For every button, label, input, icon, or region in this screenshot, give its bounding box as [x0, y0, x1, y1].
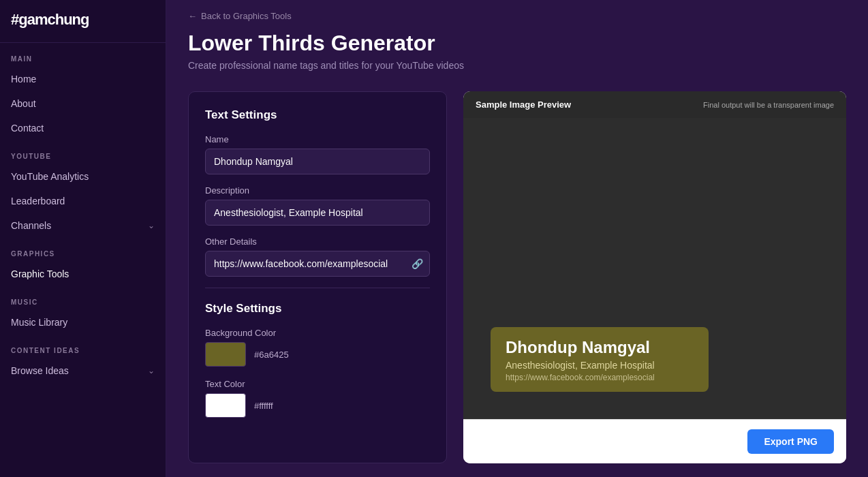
preview-panel: Sample Image Preview Final output will b…	[463, 91, 846, 463]
sidebar-item-contact[interactable]: Contact	[0, 116, 166, 140]
lt-name: Dhondup Namgyal	[506, 338, 694, 357]
sidebar-section-content-ideas: CONTENT IDEAS	[0, 335, 166, 358]
sidebar-item-music-library[interactable]: Music Library	[0, 310, 166, 335]
sidebar-section-main: MAIN	[0, 43, 166, 67]
lower-third-overlay: Dhondup Namgyal Anesthesiologist, Exampl…	[491, 327, 709, 392]
sidebar-item-leaderboard[interactable]: Leaderboard	[0, 189, 166, 213]
back-link[interactable]: ← Back to Graphics Tools	[188, 11, 846, 21]
sidebar-section-youtube: YOUTUBE	[0, 140, 166, 164]
sidebar-item-browse-ideas[interactable]: Browse Ideas ⌄	[0, 358, 166, 383]
link-icon: 🔗	[412, 258, 423, 269]
lt-details: https://www.facebook.com/examplesocial	[506, 373, 694, 382]
page-title: Lower Thirds Generator	[188, 31, 846, 56]
text-color-row: #ffffff	[205, 393, 430, 418]
chevron-down-icon: ⌄	[148, 221, 155, 230]
text-color-swatch[interactable]	[205, 393, 246, 418]
content-area: Text Settings Name Description Other Det…	[166, 78, 868, 477]
text-settings-title: Text Settings	[205, 108, 430, 122]
other-details-label: Other Details	[205, 236, 430, 247]
other-details-field-wrapper: 🔗	[205, 251, 430, 277]
chevron-down-icon: ⌄	[148, 366, 155, 375]
background-color-swatch[interactable]	[205, 342, 246, 367]
background-color-label: Background Color	[205, 328, 430, 338]
sidebar: #gamchung MAIN Home About Contact YOUTUB…	[0, 0, 166, 477]
name-label: Name	[205, 134, 430, 144]
background-color-row: #6a6425	[205, 342, 430, 367]
sidebar-item-youtube-analytics[interactable]: YouTube Analytics	[0, 164, 166, 189]
description-label: Description	[205, 185, 430, 196]
sidebar-item-graphic-tools[interactable]: Graphic Tools	[0, 262, 166, 286]
other-details-input[interactable]	[205, 251, 430, 277]
preview-canvas: Dhondup Namgyal Anesthesiologist, Exampl…	[463, 118, 846, 419]
sidebar-item-channels[interactable]: Channels ⌄	[0, 213, 166, 238]
name-input[interactable]	[205, 149, 430, 174]
page-subtitle: Create professional name tags and titles…	[188, 60, 846, 71]
topbar: ← Back to Graphics Tools Lower Thirds Ge…	[166, 0, 868, 78]
preview-footer: Export PNG	[463, 419, 846, 463]
text-color-hex: #ffffff	[254, 401, 273, 411]
preview-title: Sample Image Preview	[476, 99, 571, 110]
preview-note: Final output will be a transparent image	[703, 101, 834, 109]
sidebar-section-graphics: GRAPHICS	[0, 238, 166, 262]
logo: #gamchung	[11, 11, 89, 28]
sidebar-item-about[interactable]: About	[0, 91, 166, 116]
back-arrow-icon: ←	[188, 11, 197, 21]
divider	[205, 288, 430, 288]
main-content: ← Back to Graphics Tools Lower Thirds Ge…	[166, 0, 868, 477]
left-panel: Text Settings Name Description Other Det…	[188, 91, 447, 463]
style-settings-title: Style Settings	[205, 302, 430, 316]
description-input[interactable]	[205, 200, 430, 226]
lt-desc: Anesthesiologist, Example Hospital	[506, 360, 694, 371]
logo-area: #gamchung	[0, 0, 166, 43]
export-png-button[interactable]: Export PNG	[747, 429, 834, 454]
sidebar-section-music: MUSIC	[0, 286, 166, 310]
background-color-hex: #6a6425	[254, 350, 289, 360]
sidebar-item-home[interactable]: Home	[0, 67, 166, 91]
text-color-label: Text Color	[205, 379, 430, 389]
preview-header: Sample Image Preview Final output will b…	[463, 91, 846, 118]
